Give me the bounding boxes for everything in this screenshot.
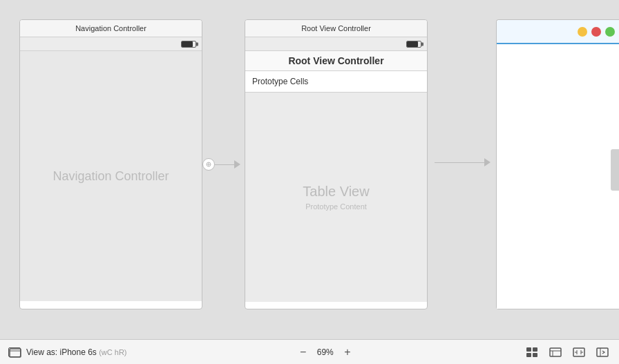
arrow-line-2: [435, 162, 484, 163]
toolbar-right-icons: [524, 346, 611, 358]
navigation-controller-frame: Navigation Controller Navigation Control…: [19, 19, 202, 309]
traffic-light-red[interactable]: [591, 27, 601, 37]
fit-screen-icon: [573, 347, 585, 357]
third-controller-frame: [496, 19, 619, 309]
zoom-controls: − 69% +: [300, 347, 351, 358]
traffic-light-yellow[interactable]: [578, 27, 587, 37]
third-title-bar: [497, 20, 619, 44]
view-as-icon: [8, 347, 21, 357]
svg-rect-3: [10, 349, 21, 357]
traffic-light-green[interactable]: [605, 27, 615, 37]
nav-status-bar: [20, 37, 202, 51]
arrow-line-1: [215, 164, 234, 165]
scene-nav-button[interactable]: [594, 346, 611, 358]
zoom-in-button[interactable]: +: [344, 347, 350, 358]
arrow-head-2: [484, 158, 491, 166]
arrow-circle-icon: [202, 158, 215, 171]
arrow-head-1: [234, 160, 240, 169]
outline-button[interactable]: [547, 346, 564, 358]
fit-screen-button[interactable]: [571, 346, 587, 358]
view-as-size-class: (wC hR): [99, 348, 126, 356]
svg-rect-5: [550, 348, 561, 356]
third-controller-content: [497, 44, 619, 309]
zoom-out-button[interactable]: −: [300, 347, 306, 358]
table-view-label: Table View: [303, 184, 369, 200]
nav-controller-title: Navigation Controller: [20, 20, 202, 37]
bottom-toolbar: View as: iPhone 6s (wC hR) − 69% +: [0, 339, 619, 364]
svg-rect-13: [597, 348, 608, 356]
root-battery-icon: [406, 41, 421, 48]
outline-icon: [549, 347, 562, 357]
prototype-content-label: Prototype Content: [305, 202, 367, 211]
scene-list-button[interactable]: [524, 346, 540, 358]
scene-nav-icon: [596, 347, 609, 357]
storyboard-canvas[interactable]: Navigation Controller Navigation Control…: [0, 0, 619, 339]
root-controller-title-bar: Root View Controller: [245, 20, 427, 37]
view-as-text: View as: iPhone 6s (wC hR): [26, 347, 127, 357]
root-status-bar: [245, 37, 427, 51]
arrow-root-to-third: [435, 158, 497, 166]
table-view-content: Table View Prototype Content: [245, 93, 427, 302]
grid-2x2-icon: [526, 347, 537, 357]
root-view-controller-frame: Root View Controller Root View Controlle…: [245, 19, 428, 309]
zoom-level: 69%: [313, 347, 337, 357]
arrow-nav-to-root: [202, 158, 247, 171]
nav-controller-label: Navigation Controller: [53, 169, 169, 184]
nav-content-area: Navigation Controller: [20, 51, 202, 301]
prototype-cells-header: Prototype Cells: [245, 71, 427, 93]
right-side-tab[interactable]: [611, 149, 619, 191]
root-nav-bar: Root View Controller: [245, 51, 427, 71]
battery-icon: [181, 41, 196, 48]
